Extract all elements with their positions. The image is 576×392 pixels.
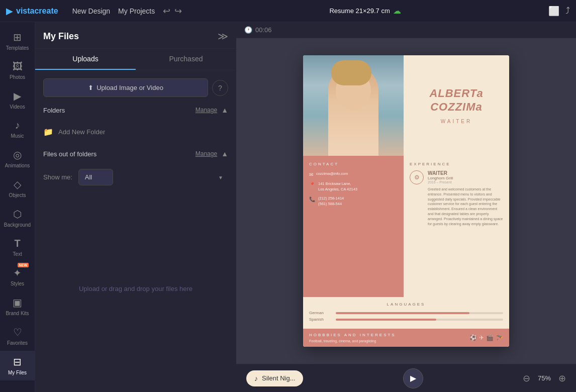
canvas-content[interactable]: ALBERTa COZZIMa WAITER CONTACT ✉ cozzima…	[236, 38, 576, 364]
add-folder-row[interactable]: 📁 Add New Folder	[43, 123, 228, 141]
cinema-icon: 🎬	[486, 334, 494, 341]
collapse-panel-button[interactable]: ≫	[218, 30, 228, 42]
location-icon: 📍	[309, 182, 315, 187]
background-icon: ⬡	[13, 208, 22, 220]
folders-section-header: Folders Manage ▲	[43, 103, 228, 117]
email-icon: ✉	[309, 172, 313, 177]
resume-languages: LANGUAGES German Spanish	[303, 297, 509, 329]
upload-icon: ⬆	[88, 84, 93, 91]
main-body: ⊞ Templates 🖼 Photos ▶ Videos ♪ Music ◎ …	[0, 22, 576, 392]
resume-contact: CONTACT ✉ cozzima@info.com 📍 141 Bricksa…	[303, 156, 404, 297]
sidebar-item-label: Videos	[10, 104, 25, 110]
sidebar-item-music[interactable]: ♪ Music	[0, 115, 35, 144]
play-button[interactable]: ▶	[403, 368, 423, 388]
sidebar-item-my-files[interactable]: ⊟ My Files	[0, 351, 35, 380]
styles-icon: ✦	[13, 267, 22, 279]
hobbies-title: HOBBBIES AND INTERESTS	[309, 333, 396, 337]
sidebar-item-label: My Files	[8, 370, 27, 375]
folder-icon: 📁	[43, 127, 53, 137]
help-button[interactable]: ?	[212, 80, 228, 96]
contact-section-label: CONTACT	[309, 162, 398, 166]
nav-action-icons: ⬜ ⤴	[548, 6, 570, 17]
nav-history: ↩ ↪	[163, 6, 182, 17]
videos-icon: ▶	[14, 90, 21, 102]
sidebar-item-label: Text	[13, 251, 22, 257]
show-me-select-wrap: All Images Videos	[78, 169, 228, 185]
sidebar-item-brand-kits[interactable]: ▣ Brand Kits	[0, 291, 35, 321]
experience-label: EXPERIENCE	[410, 162, 503, 166]
resume-lower: LANGUAGES German Spanish	[303, 297, 509, 347]
folders-toggle-button[interactable]: ▲	[221, 106, 228, 114]
logo-icon: ▶	[6, 6, 13, 17]
music-note-icon: ♪	[254, 374, 258, 382]
sidebar-item-animations[interactable]: ◎ Animations	[0, 144, 35, 173]
sidebar-item-objects[interactable]: ◇ Objects	[0, 173, 35, 203]
drop-zone[interactable]: Upload or drag and drop your files here	[43, 193, 228, 384]
resume-experience: EXPERIENCE ⚙ WAITER Longhorn Grill 2016 …	[404, 156, 509, 297]
animations-icon: ◎	[13, 149, 22, 161]
cloud-save-icon: ☁	[393, 6, 401, 16]
show-me-row: Show me: All Images Videos	[43, 167, 228, 187]
show-me-select[interactable]: All Images Videos	[78, 169, 113, 185]
icon-sidebar: ⊞ Templates 🖼 Photos ▶ Videos ♪ Music ◎ …	[0, 22, 35, 392]
sidebar-item-photos[interactable]: 🖼 Photos	[0, 56, 35, 85]
logo[interactable]: ▶ vistacreate	[6, 6, 58, 17]
top-navigation: ▶ vistacreate New Design My Projects ↩ ↪…	[0, 0, 576, 22]
undo-button[interactable]: ↩	[163, 6, 170, 17]
logo-text: vistacreate	[16, 7, 58, 16]
lang-german: German	[309, 311, 503, 315]
my-files-icon: ⊟	[13, 356, 22, 368]
files-out-actions: Manage ▲	[196, 150, 228, 158]
new-design-link[interactable]: New Design	[72, 7, 110, 15]
sidebar-item-styles[interactable]: NEW ✦ Styles	[0, 262, 35, 291]
spanish-bar-fill	[336, 319, 436, 321]
zoom-level: 75%	[534, 374, 554, 382]
tab-uploads[interactable]: Uploads	[35, 49, 136, 70]
sidebar-item-templates[interactable]: ⊞ Templates	[0, 26, 35, 56]
templates-icon: ⊞	[13, 31, 22, 43]
timer-value: 00:06	[255, 26, 272, 34]
german-bar-fill	[336, 312, 469, 314]
sidebar-item-text[interactable]: T Text	[0, 233, 35, 262]
sidebar-item-label: Animations	[5, 163, 30, 168]
share-button[interactable]: ⤴	[565, 6, 570, 17]
music-button[interactable]: ♪ Silent Nig...	[246, 370, 303, 386]
lang-spanish: Spanish	[309, 317, 503, 322]
football-icon: ⚽	[469, 334, 477, 341]
exp-icon-circle: ⚙	[410, 170, 424, 184]
resume-top: ALBERTa COZZIMa WAITER	[303, 55, 509, 156]
redo-button[interactable]: ↪	[174, 6, 182, 17]
resume-role: WAITER	[441, 119, 472, 124]
text-icon: T	[14, 238, 20, 249]
languages-title: LANGUAGES	[309, 302, 503, 307]
tab-purchased[interactable]: Purchased	[136, 49, 236, 70]
canvas-area: 🕐 00:06	[236, 22, 576, 392]
upload-row: ⬆ Upload Image or Video ?	[43, 78, 228, 97]
sidebar-item-videos[interactable]: ▶ Videos	[0, 85, 35, 115]
files-out-manage-link[interactable]: Manage	[196, 150, 217, 157]
zoom-in-button[interactable]: ⊕	[558, 373, 566, 384]
resume-card: ALBERTa COZZIMa WAITER CONTACT ✉ cozzima…	[303, 55, 509, 347]
files-out-toggle-button[interactable]: ▲	[221, 150, 228, 158]
travel-icon: ✈	[479, 334, 484, 341]
play-icon: ▶	[410, 373, 416, 383]
my-projects-link[interactable]: My Projects	[118, 7, 155, 15]
phone-icon: 📞	[309, 197, 315, 202]
sidebar-item-favorites[interactable]: ♡ Favorites	[0, 321, 35, 351]
playback-controls: ▶	[403, 368, 423, 388]
folders-manage-link[interactable]: Manage	[196, 107, 217, 114]
brand-kits-icon: ▣	[13, 297, 22, 309]
present-button[interactable]: ⬜	[548, 6, 559, 17]
contact-phone: 📞 (212) 258-1414 (561) 588-544	[309, 196, 398, 207]
styles-wrap: NEW ✦ Styles	[0, 262, 35, 291]
zoom-in-icon: ⊕	[558, 373, 566, 383]
objects-icon: ◇	[14, 178, 21, 190]
zoom-out-button[interactable]: ⊖	[523, 373, 530, 384]
files-panel-title: My Files	[43, 31, 79, 42]
upload-button[interactable]: ⬆ Upload Image or Video	[43, 78, 208, 97]
resume-name: ALBERTa COZZIMa	[429, 87, 483, 114]
favorites-icon: ♡	[13, 326, 22, 338]
timer-display: 🕐 00:06	[244, 26, 272, 34]
sidebar-item-background[interactable]: ⬡ Background	[0, 203, 35, 233]
german-bar-bg	[336, 312, 503, 314]
